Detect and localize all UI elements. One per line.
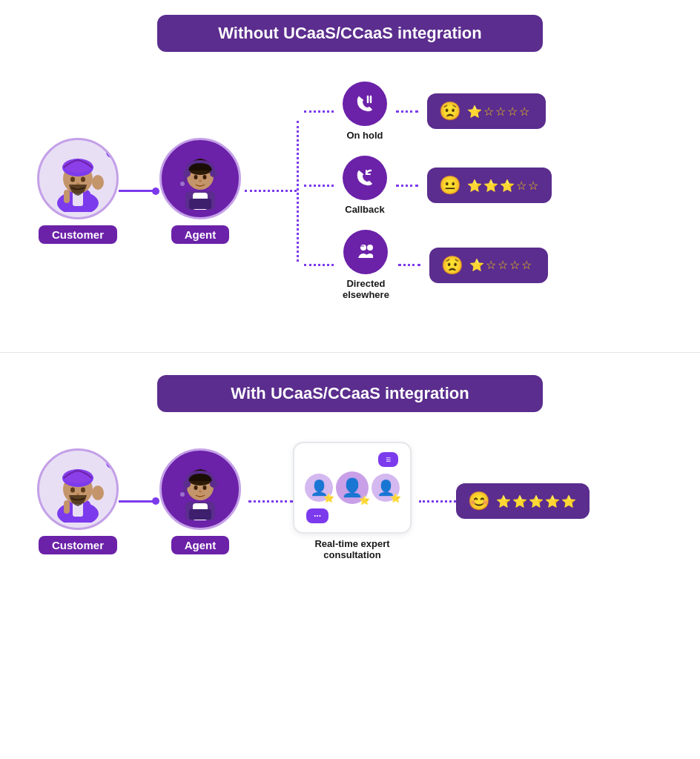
connector-customer-agent: [119, 190, 156, 192]
svg-point-6: [70, 177, 75, 182]
top-agent-label: Agent: [171, 225, 230, 244]
directed-wrap: Directedelsewhere: [343, 230, 389, 300]
expert-icons: 👤 ⭐ 👤 ⭐ 👤 ⭐: [305, 471, 400, 504]
svg-point-44: [199, 490, 202, 492]
agent2-illustration: [167, 456, 234, 523]
rating-box-3: 😟 ⭐☆☆☆☆: [429, 248, 548, 283]
svg-point-7: [81, 177, 85, 182]
svg-point-43: [203, 485, 207, 490]
bottom-dotted-2: [419, 500, 456, 503]
expert-label: Real-time expertconsultation: [314, 538, 389, 560]
bottom-flow-row: ? Customer: [22, 442, 678, 560]
svg-point-19: [210, 170, 217, 177]
svg-rect-10: [64, 190, 70, 203]
top-customer-label: Customer: [39, 225, 117, 244]
svg-rect-21: [189, 199, 211, 209]
directed-svg: [354, 240, 377, 264]
expert-card: ≡ 👤 ⭐ 👤 ⭐ 👤 ⭐: [293, 442, 412, 534]
outcome-on-hold: On hold 😟 ⭐☆☆☆☆: [304, 82, 552, 141]
connector-agent-branch: [245, 190, 297, 192]
bottom-agent-circle: [159, 448, 241, 530]
svg-point-34: [81, 487, 85, 492]
on-hold-wrap: On hold: [343, 82, 387, 141]
branch-line-2: [304, 185, 334, 187]
bottom-customer-circle: ?: [37, 448, 119, 530]
callback-icon: [343, 156, 387, 200]
svg-point-5: [64, 159, 92, 173]
rating-box-1: 😟 ⭐☆☆☆☆: [427, 93, 546, 129]
bottom-dotted-1: [248, 500, 293, 503]
svg-point-32: [64, 470, 92, 483]
expert-top-bubble: ≡: [378, 452, 398, 467]
svg-point-47: [180, 492, 185, 497]
stars-3: ⭐☆☆☆☆: [469, 258, 533, 272]
callback-wrap: Callback: [343, 156, 387, 215]
svg-point-16: [203, 175, 207, 179]
top-customer-circle: ?: [37, 138, 119, 219]
svg-point-42: [194, 485, 198, 490]
bottom-agent-avatar: Agent: [159, 448, 241, 554]
svg-point-9: [92, 175, 104, 190]
callback-label: Callback: [345, 204, 384, 215]
neutral-face-2: 😐: [439, 175, 461, 196]
branch-line-1: [304, 110, 334, 113]
svg-point-36: [92, 485, 104, 500]
svg-point-33: [70, 487, 75, 492]
on-hold-icon: [343, 82, 387, 126]
branch-to-rating-3: [398, 264, 420, 266]
svg-point-17: [199, 180, 202, 182]
outcome-directed: Directedelsewhere 😟 ⭐☆☆☆☆: [304, 230, 552, 300]
vertical-branch: [297, 121, 299, 262]
top-customer-avatar: ? Customer: [37, 138, 119, 244]
on-hold-label: On hold: [346, 130, 383, 141]
section-divider: [0, 352, 700, 353]
question-bubble: ?: [106, 138, 119, 158]
dotted-1: [245, 190, 297, 192]
bottom-stars: ⭐⭐⭐⭐⭐: [496, 494, 578, 508]
expert-person-3: 👤 ⭐: [372, 474, 400, 502]
branch-line-3: [304, 264, 334, 266]
bottom-line-1: [119, 500, 156, 503]
expert-person-2: 👤 ⭐: [336, 471, 369, 504]
branch-to-rating-2: [396, 185, 418, 187]
customer2-illustration: [44, 456, 111, 523]
stars-1: ⭐☆☆☆☆: [467, 105, 531, 119]
line-1: [119, 190, 156, 192]
star-3: ⭐: [390, 493, 401, 503]
outcome-callback: Callback 😐 ⭐⭐⭐☆☆: [304, 156, 552, 215]
star-1: ⭐: [323, 493, 334, 503]
bottom-title-bar: With UCaaS/CCaaS integration: [157, 375, 543, 412]
bottom-dot-1: [152, 497, 159, 505]
bottom-customer-label: Customer: [39, 536, 117, 554]
sad-face-3: 😟: [441, 255, 463, 276]
svg-point-15: [194, 175, 198, 179]
phone-hold-svg: [353, 92, 377, 116]
branch-to-rating-1: [396, 110, 418, 113]
expert-bottom-bubble: ···: [306, 508, 328, 523]
bottom-customer-avatar: ? Customer: [37, 448, 119, 554]
stars-2: ⭐⭐⭐☆☆: [467, 179, 540, 193]
expert-card-wrap: ≡ 👤 ⭐ 👤 ⭐ 👤 ⭐: [293, 442, 412, 560]
svg-point-24: [360, 245, 366, 251]
top-agent-avatar: Agent: [159, 138, 241, 244]
agent-illustration: [167, 145, 234, 212]
svg-point-45: [183, 480, 191, 488]
rating-box-2: 😐 ⭐⭐⭐☆☆: [427, 168, 552, 203]
svg-point-20: [180, 182, 185, 186]
bottom-title: With UCaaS/CCaaS integration: [231, 384, 469, 402]
sad-face-1: 😟: [439, 101, 461, 122]
top-title-bar: Without UCaaS/CCaaS integration: [157, 15, 543, 52]
svg-point-46: [210, 480, 217, 488]
top-title: Without UCaaS/CCaaS integration: [218, 24, 482, 42]
svg-rect-37: [64, 500, 70, 514]
bottom-agent-label: Agent: [171, 536, 230, 554]
happy-face: 😊: [468, 491, 490, 511]
expert-person-1: 👤 ⭐: [305, 474, 333, 502]
svg-point-25: [367, 245, 373, 251]
directed-label: Directedelsewhere: [343, 278, 389, 300]
bottom-connector-1: [119, 500, 156, 503]
top-agent-circle: [159, 138, 241, 219]
callback-svg: [353, 166, 377, 190]
top-flow-row: ? Customer: [22, 82, 678, 300]
directed-icon: [343, 230, 388, 274]
